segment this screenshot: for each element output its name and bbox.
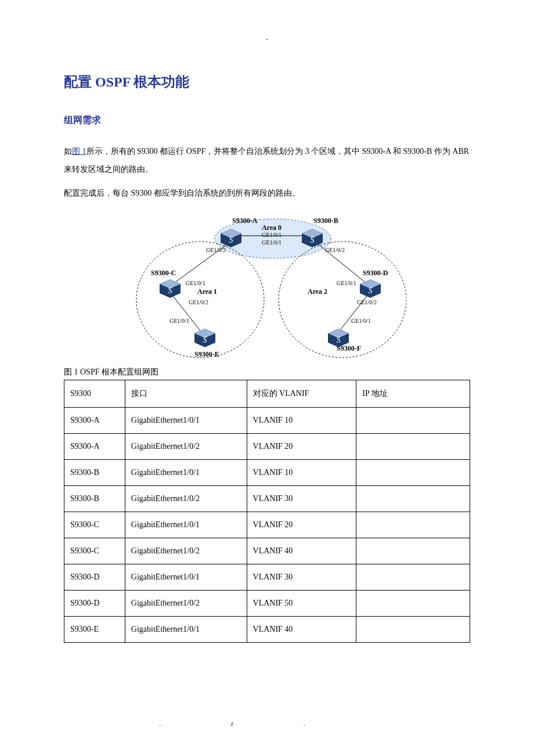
table-cell: GigabitEthernet1/0/1 bbox=[125, 512, 247, 538]
table-row: S9300-CGigabitEthernet1/0/2VLANIF 40 bbox=[64, 538, 470, 564]
table-cell bbox=[356, 460, 470, 486]
table-cell bbox=[356, 512, 470, 538]
svg-text:Area 0: Area 0 bbox=[262, 224, 282, 232]
th-vlanif: 对应的 VLANIF bbox=[247, 380, 356, 408]
table-cell: S9300-C bbox=[64, 512, 125, 538]
table-cell: GigabitEthernet1/0/1 bbox=[125, 408, 247, 434]
th-interface: 接口 bbox=[125, 380, 247, 408]
table-row: S9300-AGigabitEthernet1/0/1VLANIF 10 bbox=[64, 408, 470, 434]
svg-text:GE1/0/1: GE1/0/1 bbox=[262, 232, 282, 238]
svg-text:S9300-C: S9300-C bbox=[151, 269, 176, 277]
th-ip: IP 地址 bbox=[356, 380, 470, 408]
top-dash: - bbox=[64, 35, 470, 44]
table-cell: VLANIF 50 bbox=[247, 591, 356, 617]
svg-text:S9300-E: S9300-E bbox=[194, 350, 219, 358]
svg-text:GE1/0/1: GE1/0/1 bbox=[186, 280, 205, 286]
svg-text:Area 1: Area 1 bbox=[197, 287, 217, 296]
svg-text:S9300-F: S9300-F bbox=[337, 344, 361, 352]
table-cell: S9300-B bbox=[64, 460, 125, 486]
table-cell bbox=[356, 591, 470, 617]
svg-text:GE1/0/1: GE1/0/1 bbox=[337, 280, 356, 286]
table-cell bbox=[356, 408, 470, 434]
table-cell: S9300-C bbox=[64, 538, 125, 564]
table-row: S9300-DGigabitEthernet1/0/1VLANIF 30 bbox=[64, 564, 470, 591]
table-cell bbox=[356, 434, 470, 460]
table-cell: VLANIF 10 bbox=[247, 460, 356, 486]
table-cell: VLANIF 20 bbox=[247, 512, 356, 538]
table-cell: S9300-D bbox=[64, 564, 125, 591]
th-device: S9300 bbox=[64, 380, 125, 408]
svg-text:GE1/0/1: GE1/0/1 bbox=[351, 318, 371, 324]
table-row: S9300-BGigabitEthernet1/0/1VLANIF 10 bbox=[64, 460, 470, 486]
table-cell: GigabitEthernet1/0/2 bbox=[125, 591, 247, 617]
svg-text:GE1/0/2: GE1/0/2 bbox=[189, 299, 208, 305]
svg-text:GE1/0/1: GE1/0/1 bbox=[169, 318, 189, 324]
table-cell: VLANIF 30 bbox=[247, 486, 356, 512]
table-cell: VLANIF 10 bbox=[247, 408, 356, 434]
table-cell: VLANIF 40 bbox=[247, 617, 356, 643]
figure-caption: 图 1 OSPF 根本配置组网图 bbox=[64, 367, 470, 377]
paragraph-1: 如图 1所示，所有的 S9300 都运行 OSPF，并将整个自治系统划分为 3 … bbox=[64, 143, 470, 179]
svg-text:S9300-B: S9300-B bbox=[313, 217, 338, 225]
table-cell: S9300-A bbox=[64, 408, 125, 434]
svg-text:GE1/0/2: GE1/0/2 bbox=[206, 247, 226, 253]
interface-table: S9300 接口 对应的 VLANIF IP 地址 S9300-AGigabit… bbox=[64, 380, 470, 643]
table-cell: GigabitEthernet1/0/1 bbox=[125, 460, 247, 486]
para1-text-b: 所示，所有的 S9300 都运行 OSPF，并将整个自治系统划分为 3 个区域，… bbox=[64, 147, 469, 174]
table-cell: VLANIF 30 bbox=[247, 564, 356, 591]
table-cell: GigabitEthernet1/0/2 bbox=[125, 486, 247, 512]
table-cell bbox=[356, 564, 470, 591]
svg-text:Area 2: Area 2 bbox=[308, 287, 327, 296]
table-cell: GigabitEthernet1/0/2 bbox=[125, 538, 247, 564]
table-row: S9300-BGigabitEthernet1/0/2VLANIF 30 bbox=[64, 486, 470, 512]
table-cell bbox=[356, 617, 470, 643]
table-cell: VLANIF 20 bbox=[247, 434, 356, 460]
table-cell: S9300-E bbox=[64, 617, 125, 643]
paragraph-2: 配置完成后，每台 S9300 都应学到自治系统的到所有网段的路由。 bbox=[64, 185, 470, 203]
table-cell: GigabitEthernet1/0/2 bbox=[125, 434, 247, 460]
svg-text:GE1/0/2: GE1/0/2 bbox=[325, 247, 345, 253]
svg-text:S9300-D: S9300-D bbox=[363, 269, 388, 277]
svg-text:GE1/0/1: GE1/0/1 bbox=[262, 239, 282, 246]
network-diagram: S S9300-A S9300-B Area 0 GE1/0/1 GE1/0/1… bbox=[128, 213, 406, 363]
table-header-row: S9300 接口 对应的 VLANIF IP 地址 bbox=[64, 380, 470, 408]
section-heading-requirements: 组网需求 bbox=[64, 114, 470, 127]
table-row: S9300-AGigabitEthernet1/0/2VLANIF 20 bbox=[64, 434, 470, 460]
para1-text-a: 如 bbox=[64, 147, 72, 156]
svg-text:GE1/0/2: GE1/0/2 bbox=[357, 299, 377, 305]
table-row: S9300-CGigabitEthernet1/0/1VLANIF 20 bbox=[64, 512, 470, 538]
footer: .z. bbox=[0, 719, 534, 728]
svg-text:S9300-A: S9300-A bbox=[232, 217, 258, 225]
table-cell: S9300-B bbox=[64, 486, 125, 512]
table-cell bbox=[356, 486, 470, 512]
figure1-link[interactable]: 图 1 bbox=[72, 147, 86, 156]
table-row: S9300-DGigabitEthernet1/0/2VLANIF 50 bbox=[64, 591, 470, 617]
table-cell: GigabitEthernet1/0/1 bbox=[125, 564, 247, 591]
page-title: 配置 OSPF 根本功能 bbox=[64, 73, 470, 91]
table-cell bbox=[356, 538, 470, 564]
table-cell: S9300-A bbox=[64, 434, 125, 460]
table-row: S9300-EGigabitEthernet1/0/1VLANIF 40 bbox=[64, 617, 470, 643]
table-cell: GigabitEthernet1/0/1 bbox=[125, 617, 247, 643]
table-cell: VLANIF 40 bbox=[247, 538, 356, 564]
table-cell: S9300-D bbox=[64, 591, 125, 617]
